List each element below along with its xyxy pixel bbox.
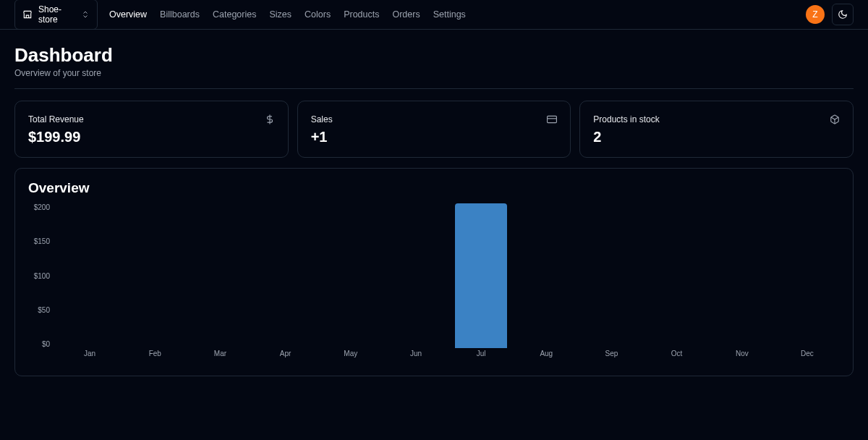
- bar-col: [579, 203, 644, 348]
- y-tick: $50: [28, 306, 50, 314]
- x-tick: Oct: [644, 350, 710, 363]
- x-tick: Aug: [514, 350, 579, 363]
- bar-col: [122, 203, 187, 348]
- chevron-up-down-icon: [81, 10, 90, 19]
- sales-card: Sales +1: [297, 101, 571, 158]
- bar-col: [448, 203, 514, 348]
- bar-jul: [455, 203, 507, 348]
- svg-rect-1: [548, 116, 557, 122]
- page-header: Dashboard Overview of your store: [14, 44, 854, 78]
- avatar-initial: Z: [812, 9, 817, 20]
- bar-col: [187, 203, 252, 348]
- nav-item-sizes[interactable]: Sizes: [269, 9, 292, 20]
- x-tick: Jul: [448, 350, 514, 363]
- moon-icon: [838, 9, 848, 20]
- x-tick: Jun: [383, 350, 448, 363]
- y-tick: $200: [28, 203, 50, 211]
- page-title: Dashboard: [14, 44, 854, 67]
- credit-card-icon: [547, 114, 557, 124]
- y-tick: $0: [28, 340, 50, 348]
- bar-col: [318, 203, 383, 348]
- store-icon: [22, 9, 33, 20]
- chart: $200$150$100$50$0 JanFebMarAprMayJunJulA…: [28, 203, 840, 363]
- nav-item-settings[interactable]: Settings: [433, 9, 466, 20]
- x-tick: May: [318, 350, 383, 363]
- bar-col: [710, 203, 775, 348]
- page-subtitle: Overview of your store: [14, 68, 854, 78]
- divider: [14, 88, 854, 89]
- revenue-label: Total Revenue: [28, 114, 84, 124]
- nav-item-products[interactable]: Products: [344, 9, 379, 20]
- bar-col: [775, 203, 840, 348]
- x-tick: Mar: [187, 350, 252, 363]
- topbar: Shoe-store OverviewBillboardsCategoriesS…: [0, 0, 868, 30]
- store-selector[interactable]: Shoe-store: [14, 0, 98, 30]
- bar-col: [57, 203, 122, 348]
- stock-value: 2: [593, 129, 840, 145]
- nav-item-orders[interactable]: Orders: [392, 9, 420, 20]
- x-tick: Apr: [253, 350, 318, 363]
- x-tick: Feb: [122, 350, 187, 363]
- nav-item-colors[interactable]: Colors: [305, 9, 331, 20]
- store-name: Shoe-store: [38, 4, 75, 25]
- x-tick: Nov: [710, 350, 775, 363]
- x-tick: Jan: [57, 350, 122, 363]
- bar-col: [514, 203, 579, 348]
- nav: OverviewBillboardsCategoriesSizesColorsP…: [109, 9, 466, 20]
- revenue-card: Total Revenue $199.99: [14, 101, 289, 158]
- dollar-icon: [265, 114, 275, 124]
- x-tick: Dec: [775, 350, 840, 363]
- package-icon: [830, 114, 840, 124]
- y-tick: $150: [28, 237, 50, 245]
- avatar[interactable]: Z: [806, 5, 825, 24]
- chart-card: Overview $200$150$100$50$0 JanFebMarAprM…: [14, 168, 854, 376]
- bar-col: [644, 203, 710, 348]
- bar-col: [383, 203, 448, 348]
- bar-col: [253, 203, 318, 348]
- chart-title: Overview: [28, 180, 840, 196]
- stock-card: Products in stock 2: [579, 101, 854, 158]
- revenue-value: $199.99: [28, 129, 275, 145]
- sales-label: Sales: [311, 114, 333, 124]
- x-tick: Sep: [579, 350, 644, 363]
- sales-value: +1: [311, 129, 558, 145]
- y-tick: $100: [28, 272, 50, 280]
- nav-item-categories[interactable]: Categories: [213, 9, 256, 20]
- nav-item-billboards[interactable]: Billboards: [160, 9, 200, 20]
- nav-item-overview[interactable]: Overview: [109, 9, 147, 20]
- theme-toggle-button[interactable]: [832, 4, 854, 25]
- stock-label: Products in stock: [593, 114, 659, 124]
